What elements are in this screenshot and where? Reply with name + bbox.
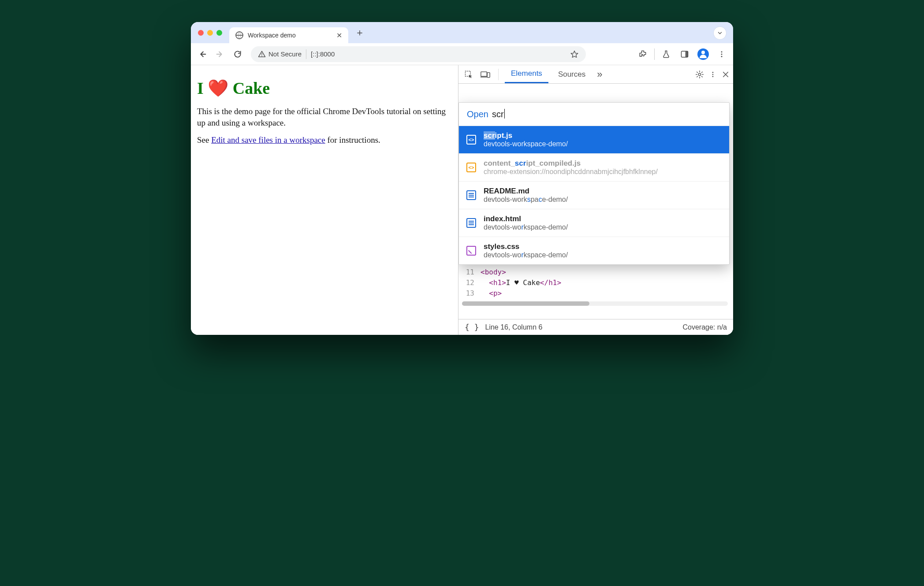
p2-post: for instructions. [325, 135, 380, 145]
toolbar-right [636, 47, 729, 61]
forward-button[interactable] [213, 47, 227, 61]
result-path: chrome-extension://noondiphcddnnabmjcihc… [484, 168, 658, 176]
code-text: <h1> [489, 278, 506, 288]
code-text: I ♥ Cake [506, 278, 540, 288]
js-file-icon: <> [466, 163, 476, 172]
inspect-element-button[interactable] [462, 68, 475, 81]
heart-icon: ❤️ [208, 79, 228, 97]
extensions-button[interactable] [636, 47, 650, 61]
quick-open-result[interactable]: styles.css devtools-workspace-demo/ [459, 237, 729, 264]
separator [654, 48, 655, 60]
match-text: scr [484, 131, 495, 140]
chevron-down-icon [717, 30, 723, 36]
avatar-icon [697, 48, 709, 60]
devtools-close-button[interactable] [722, 70, 730, 78]
tutorial-link[interactable]: Edit and save files in a workspace [211, 135, 325, 145]
flask-icon [662, 50, 671, 59]
more-tabs-button[interactable]: » [597, 69, 602, 80]
tabs-menu-button[interactable] [714, 27, 726, 39]
devices-icon [481, 70, 490, 79]
svg-point-6 [721, 56, 723, 57]
security-chip[interactable]: Not Secure [258, 50, 302, 58]
document-file-icon [466, 218, 476, 228]
tab-sources[interactable]: Sources [552, 65, 592, 83]
labs-button[interactable] [659, 47, 673, 61]
tab-elements[interactable]: Elements [505, 65, 548, 83]
page-paragraph-2: See Edit and save files in a workspace f… [197, 134, 452, 146]
line-number: 11 [463, 267, 481, 278]
css-file-icon [466, 246, 476, 256]
result-name: index.html [484, 215, 568, 223]
browser-window: Workspace demo ✕ ＋ Not Secure [::]:8000 [191, 22, 733, 335]
puzzle-icon [638, 50, 647, 59]
device-toolbar-button[interactable] [479, 68, 492, 81]
back-button[interactable] [195, 47, 209, 61]
quick-open-query: scr [492, 109, 504, 119]
new-tab-button[interactable]: ＋ [353, 26, 367, 40]
side-panel-button[interactable] [678, 47, 692, 61]
svg-point-5 [721, 53, 723, 55]
kebab-icon [718, 50, 726, 58]
page-heading: I ❤️ Cake [197, 78, 452, 98]
quick-open-results: <> script.js devtools-workspace-demo/ <>… [459, 126, 729, 264]
close-window-button[interactable] [198, 30, 204, 36]
horizontal-scrollbar[interactable] [462, 301, 728, 306]
svg-point-1 [261, 55, 262, 56]
separator [306, 49, 306, 59]
zoom-window-button[interactable] [216, 30, 222, 36]
chrome-menu-button[interactable] [715, 47, 729, 61]
svg-point-4 [721, 51, 723, 52]
p2-pre: See [197, 135, 211, 145]
star-icon [570, 50, 579, 59]
page-paragraph-1: This is the demo page for the official C… [197, 106, 452, 128]
quick-open-input[interactable]: scr [492, 109, 505, 119]
cursor-position: Line 16, Column 6 [485, 323, 543, 331]
quick-open-result[interactable]: README.md devtools-workspace-demo/ [459, 181, 729, 209]
svg-rect-3 [686, 51, 688, 57]
panel-icon [680, 50, 689, 59]
quick-open-dialog: Open scr <> script.js devtools-workspace… [458, 102, 730, 265]
devtools-statusbar: { } Line 16, Column 6 Coverage: n/a [458, 319, 733, 335]
tab-title: Workspace demo [248, 32, 332, 39]
gear-icon [695, 70, 704, 79]
result-path: devtools-workspace-demo/ [484, 196, 568, 204]
url-text: [::]:8000 [311, 50, 335, 58]
result-name: ipt_compiled.js [526, 159, 581, 167]
match-text: scr [515, 159, 526, 167]
result-name: styles.css [484, 242, 568, 251]
svg-rect-10 [487, 72, 490, 77]
minimize-window-button[interactable] [207, 30, 213, 36]
result-path: devtools-workspace-demo/ [484, 140, 568, 148]
browser-tab[interactable]: Workspace demo ✕ [229, 27, 348, 43]
pretty-print-button[interactable]: { } [465, 323, 479, 332]
svg-point-14 [712, 76, 714, 77]
bookmark-button[interactable] [570, 50, 579, 59]
svg-rect-8 [481, 72, 487, 76]
close-tab-button[interactable]: ✕ [336, 31, 342, 40]
coverage-status: Coverage: n/a [682, 323, 727, 331]
scrollbar-thumb[interactable] [462, 301, 589, 306]
arrow-left-icon [197, 49, 207, 59]
text-caret [504, 109, 505, 119]
result-name: ipt.js [495, 131, 513, 140]
svg-point-13 [712, 74, 714, 75]
tab-strip: Workspace demo ✕ ＋ [191, 22, 733, 43]
toolbar: Not Secure [::]:8000 [191, 43, 733, 65]
quick-open-result[interactable]: <> content_script_compiled.js chrome-ext… [459, 153, 729, 181]
quick-open-result[interactable]: <> script.js devtools-workspace-demo/ [459, 126, 729, 153]
quick-open-result[interactable]: index.html devtools-workspace-demo/ [459, 209, 729, 237]
heading-text-pre: I [197, 79, 208, 97]
inspect-icon [464, 70, 473, 79]
content-area: I ❤️ Cake This is the demo page for the … [191, 65, 733, 335]
reload-button[interactable] [231, 47, 245, 61]
devtools-menu-button[interactable] [709, 70, 716, 79]
code-text: </h1> [540, 278, 561, 288]
reload-icon [233, 50, 242, 59]
document-file-icon [466, 190, 476, 200]
devtools-settings-button[interactable] [695, 70, 704, 79]
devtools-tabbar: Elements Sources » [458, 65, 733, 84]
profile-button[interactable] [696, 47, 710, 61]
result-name: README.md [484, 187, 568, 196]
svg-point-12 [712, 72, 714, 73]
address-bar[interactable]: Not Secure [::]:8000 [251, 46, 586, 62]
